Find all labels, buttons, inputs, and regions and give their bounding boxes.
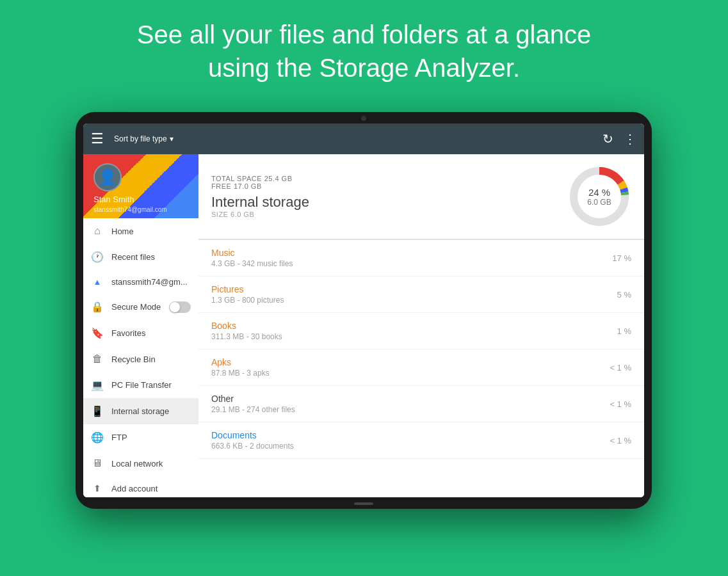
add-account-icon: ⬆ — [91, 483, 104, 493]
music-info: Music 4.3 GB - 342 music files — [211, 248, 612, 268]
donut-chart: 24 % 6.0 GB — [567, 164, 631, 228]
pc-icon: 💻 — [91, 379, 104, 391]
sidebar-item-add-account[interactable]: ⬆ Add account — [83, 476, 198, 497]
user-name: Stan Smith — [93, 195, 134, 204]
file-item-other[interactable]: Other 29.1 MB - 274 other files < 1 % — [198, 386, 644, 422]
pictures-info: Pictures 1.3 GB - 800 pictures — [211, 284, 617, 305]
sort-label: Sort by file type — [114, 134, 167, 143]
sidebar-drive-label: stanssmith74@gm... — [111, 277, 191, 287]
file-item-books[interactable]: Books 311.3 MB - 30 books 1 % — [198, 313, 644, 349]
sidebar-item-home[interactable]: ⌂ Home — [83, 218, 198, 244]
menu-icon[interactable]: ☰ — [91, 131, 104, 147]
donut-percent: 24 % — [587, 187, 611, 198]
sidebar-item-local-network[interactable]: 🖥 Local network — [83, 451, 198, 476]
home-button — [354, 502, 373, 505]
file-item-pictures[interactable]: Pictures 1.3 GB - 800 pictures 5 % — [198, 276, 644, 313]
drive-icon: ▲ — [91, 277, 104, 287]
sidebar-recycle-label: Recycle Bin — [111, 355, 191, 364]
storage-header: TOTAL SPACE 25.4 GB FREE 17.0 GB Interna… — [198, 154, 644, 239]
file-item-apks[interactable]: Apks 87.8 MB - 3 apks < 1 % — [198, 349, 644, 386]
storage-total: TOTAL SPACE 25.4 GB — [211, 175, 309, 182]
other-percent: < 1 % — [610, 399, 631, 409]
sidebar-item-recycle-bin[interactable]: 🗑 Recycle Bin — [83, 346, 198, 372]
storage-free: FREE 17.0 GB — [211, 182, 309, 190]
file-item-music[interactable]: Music 4.3 GB - 342 music files 17 % — [198, 240, 644, 276]
sidebar-item-secure-mode[interactable]: 🔒 Secure Mode — [83, 294, 198, 320]
sidebar-header: 👤 Stan Smith stanssmith74@gmail.com — [83, 154, 198, 218]
donut-center: 24 % 6.0 GB — [587, 187, 611, 207]
music-name: Music — [211, 248, 612, 258]
other-info: Other 29.1 MB - 274 other files — [211, 394, 610, 414]
apks-info: Apks 87.8 MB - 3 apks — [211, 357, 610, 378]
books-name: Books — [211, 321, 617, 331]
lock-icon: 🔒 — [91, 301, 104, 313]
more-options-icon[interactable]: ⋮ — [624, 131, 636, 147]
pictures-name: Pictures — [211, 284, 617, 294]
sidebar-recent-label: Recent files — [111, 252, 191, 262]
pictures-percent: 5 % — [617, 290, 631, 300]
sidebar-item-recent-files[interactable]: 🕐 Recent files — [83, 244, 198, 270]
network-icon: 🖥 — [91, 458, 104, 469]
phone-icon: 📱 — [91, 405, 104, 417]
file-item-documents[interactable]: Documents 663.6 KB - 2 documents < 1 % — [198, 422, 644, 459]
sidebar-home-label: Home — [111, 227, 191, 236]
sidebar-ftp-label: FTP — [111, 433, 191, 442]
music-detail: 4.3 GB - 342 music files — [211, 259, 612, 268]
storage-size-label: SIZE 6.0 GB — [211, 211, 309, 218]
refresh-icon[interactable]: ↻ — [603, 131, 613, 147]
other-detail: 29.1 MB - 274 other files — [211, 405, 610, 414]
sidebar-favorites-label: Favorites — [111, 328, 191, 338]
header-line1: See all your files and folders at a glan… — [0, 18, 728, 51]
books-info: Books 311.3 MB - 30 books — [211, 321, 617, 341]
content-panel: TOTAL SPACE 25.4 GB FREE 17.0 GB Interna… — [198, 154, 644, 497]
documents-info: Documents 663.6 KB - 2 documents — [211, 430, 610, 451]
other-name: Other — [211, 394, 610, 404]
secure-mode-toggle[interactable] — [169, 301, 191, 313]
books-percent: 1 % — [617, 326, 631, 336]
storage-name: Internal storage — [211, 194, 309, 211]
dropdown-icon[interactable]: ▾ — [170, 134, 174, 143]
tablet-camera — [361, 116, 366, 121]
apks-detail: 87.8 MB - 3 apks — [211, 369, 610, 378]
header-text: See all your files and folders at a glan… — [0, 18, 728, 84]
sidebar-item-favorites[interactable]: 🔖 Favorites — [83, 320, 198, 346]
sidebar-item-pc-transfer[interactable]: 💻 PC File Transfer — [83, 372, 198, 398]
pictures-detail: 1.3 GB - 800 pictures — [211, 296, 617, 305]
sidebar-pc-label: PC File Transfer — [111, 380, 191, 390]
home-icon: ⌂ — [91, 225, 104, 237]
documents-detail: 663.6 KB - 2 documents — [211, 442, 610, 451]
sidebar-items: ⌂ Home 🕐 Recent files ▲ stanssmith74@gm.… — [83, 218, 198, 497]
sidebar-network-label: Local network — [111, 459, 191, 468]
trash-icon: 🗑 — [91, 353, 104, 365]
globe-icon: 🌐 — [91, 431, 104, 444]
documents-percent: < 1 % — [610, 436, 631, 445]
avatar: 👤 — [93, 163, 122, 191]
topbar-actions: ↻ ⋮ — [603, 131, 636, 147]
music-percent: 17 % — [612, 253, 631, 263]
donut-gb: 6.0 GB — [587, 198, 611, 207]
apks-percent: < 1 % — [610, 363, 631, 372]
books-detail: 311.3 MB - 30 books — [211, 332, 617, 341]
tablet-device: ☰ Sort by file type ▾ ↻ ⋮ 👤 Stan Smith s… — [76, 112, 652, 509]
sidebar-item-ftp[interactable]: 🌐 FTP — [83, 424, 198, 451]
documents-name: Documents — [211, 430, 610, 440]
topbar-title: Sort by file type ▾ — [114, 134, 603, 143]
sidebar-secure-label: Secure Mode — [111, 302, 161, 312]
sidebar-storage-label: Internal storage — [111, 406, 191, 416]
sidebar-add-account-label: Add account — [111, 484, 191, 493]
sidebar: 👤 Stan Smith stanssmith74@gmail.com ⌂ Ho… — [83, 154, 198, 497]
apks-name: Apks — [211, 357, 610, 367]
storage-info: TOTAL SPACE 25.4 GB FREE 17.0 GB Interna… — [211, 175, 309, 218]
main-content: 👤 Stan Smith stanssmith74@gmail.com ⌂ Ho… — [83, 154, 644, 497]
header-line2: using the Storage Analyzer. — [0, 51, 728, 84]
tablet-screen: ☰ Sort by file type ▾ ↻ ⋮ 👤 Stan Smith s… — [83, 124, 644, 497]
topbar: ☰ Sort by file type ▾ ↻ ⋮ — [83, 124, 644, 154]
user-email: stanssmith74@gmail.com — [93, 206, 167, 213]
file-list: Music 4.3 GB - 342 music files 17 % Pict… — [198, 240, 644, 497]
sidebar-item-google-drive[interactable]: ▲ stanssmith74@gm... — [83, 270, 198, 294]
recent-icon: 🕐 — [91, 251, 104, 263]
bookmark-icon: 🔖 — [91, 327, 104, 339]
sidebar-item-internal-storage[interactable]: 📱 Internal storage — [83, 398, 198, 424]
